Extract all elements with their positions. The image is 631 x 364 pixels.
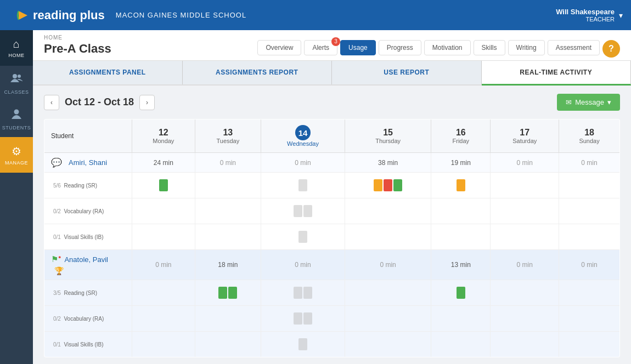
sub-tab-assignments-panel[interactable]: ASSIGNMENTS PANEL (33, 61, 183, 84)
alerts-badge: 3 (331, 37, 340, 46)
bar (218, 287, 227, 299)
logo-text: reading plus (33, 8, 105, 22)
sub-bar-sat (491, 332, 559, 357)
sub-bar-sat (491, 280, 559, 306)
user-role: TEACHER (556, 16, 615, 22)
next-week-button[interactable]: › (139, 95, 155, 110)
sub-bar-fri (431, 224, 491, 250)
col-header-thu: 15Thursday (345, 120, 431, 153)
table-row: 5/6 Reading (SR) (44, 173, 620, 198)
bar (228, 287, 237, 299)
sub-bar-thu (345, 306, 431, 332)
sub-bar-sun (559, 198, 620, 224)
message-button[interactable]: ✉ Message ▾ (557, 94, 620, 111)
sub-bar-sun (559, 224, 620, 250)
tab-overview[interactable]: Overview (257, 40, 301, 55)
bar (294, 312, 302, 325)
student-name-cell: ⚑● Anatole, Pavil 🏆 (44, 250, 132, 280)
tab-skills[interactable]: Skills (474, 40, 505, 55)
date-nav-center: ‹ Oct 12 - Oct 18 › (44, 95, 155, 110)
sub-tab-use-report[interactable]: USE REPORT (332, 61, 482, 84)
sub-bar-fri (431, 173, 491, 198)
bar (374, 179, 382, 191)
col-header-sat: 17Saturday (491, 120, 559, 153)
trophy-icon: 🏆 (54, 266, 64, 275)
sub-bar-fri (431, 280, 491, 306)
sub-bar-sat (491, 173, 559, 198)
sidebar-item-home[interactable]: ⌂ HOME (0, 30, 33, 66)
table-row: 0/2 Vocabulary (RA) (44, 198, 620, 224)
table-row: 0/2 Vocabulary (RA) (44, 306, 620, 332)
activity-table: Student 12Monday 13Tuesday 14Wednesday 1… (44, 119, 620, 357)
logo-icon (11, 4, 33, 26)
sub-bar-thu (345, 332, 431, 357)
sub-bar-wed (261, 198, 345, 224)
sub-bar-sat (491, 306, 559, 332)
sub-bar-wed (261, 224, 345, 250)
tab-progress[interactable]: Progress (379, 40, 421, 55)
svg-point-4 (14, 110, 19, 115)
student-minutes-fri: 13 min (431, 250, 491, 280)
home-icon: ⌂ (13, 38, 20, 50)
student-name-container: 💬 Amiri, Shani (51, 157, 127, 168)
sidebar-item-students[interactable]: STUDENTS (0, 101, 33, 137)
bar (294, 205, 302, 217)
sub-bar-tue (195, 280, 261, 306)
tab-motivation[interactable]: Motivation (424, 40, 471, 55)
tab-assessment[interactable]: Assessment (548, 40, 600, 55)
student-link[interactable]: Anatole, Pavil (64, 255, 108, 264)
student-minutes-mon: 0 min (132, 250, 195, 280)
sub-row-label: 0/1 Visual Skills (IB) (44, 224, 132, 250)
bar (303, 205, 312, 217)
logo-label: reading plus (33, 8, 105, 22)
sub-bar-fri (431, 198, 491, 224)
page-title: Pre-A Class (44, 42, 111, 60)
sub-tab-assignments-report[interactable]: ASSIGNMENTS REPORT (183, 61, 333, 84)
col-header-tue: 13Tuesday (195, 120, 261, 153)
sub-bar-thu (345, 173, 431, 198)
user-dropdown-arrow[interactable]: ▾ (619, 11, 623, 20)
student-minutes-mon: 24 min (132, 153, 195, 173)
bar (457, 287, 465, 299)
tab-writing[interactable]: Writing (508, 40, 545, 55)
sidebar-item-classes[interactable]: CLASSES (0, 66, 33, 101)
sub-bar-fri (431, 332, 491, 357)
bar (159, 179, 168, 191)
sidebar-item-manage[interactable]: ⚙ MANAGE (0, 137, 33, 173)
tab-usage[interactable]: Usage (340, 40, 376, 55)
tab-alerts[interactable]: Alerts3 (304, 40, 337, 55)
help-button[interactable]: ? (602, 40, 620, 58)
student-minutes-thu: 0 min (345, 250, 431, 280)
student-minutes-wed: 0 min (261, 250, 345, 280)
classes-icon (10, 72, 22, 87)
sidebar-label-manage: MANAGE (5, 160, 28, 166)
student-name-container: ⚑● Anatole, Pavil (51, 254, 127, 264)
sub-bar-tue (195, 332, 261, 357)
bar (298, 179, 307, 191)
message-dropdown-icon: ▾ (607, 98, 611, 106)
message-label: Message (575, 98, 604, 106)
prev-week-button[interactable]: ‹ (44, 95, 59, 110)
table-header-row: Student 12Monday 13Tuesday 14Wednesday 1… (44, 120, 620, 153)
user-area[interactable]: Will Shakespeare TEACHER ▾ (556, 8, 623, 22)
student-link[interactable]: Amiri, Shani (69, 158, 107, 167)
student-minutes-sun: 0 min (559, 153, 620, 173)
content-area: ‹ Oct 12 - Oct 18 › ✉ Message ▾ Student … (33, 86, 631, 364)
sub-row-label: 0/1 Visual Skills (IB) (44, 332, 132, 357)
sub-tab-real-time-activity[interactable]: REAL-TIME ACTIVITY (482, 61, 632, 86)
sub-bar-sun (559, 332, 620, 357)
sub-bar-wed (261, 332, 345, 357)
student-minutes-sat: 0 min (491, 153, 559, 173)
col-header-mon: 12Monday (132, 120, 195, 153)
bar (384, 179, 392, 191)
sub-bar-mon (132, 173, 195, 198)
sub-row-label: 5/6 Reading (SR) (44, 173, 132, 198)
svg-point-3 (18, 75, 21, 78)
page-header: HOME Pre-A Class Overview Alerts3 Usage … (33, 30, 631, 61)
bar (303, 287, 312, 299)
sub-bar-sun (559, 306, 620, 332)
chat-icon: 💬 (51, 157, 62, 168)
school-name: MACON GAINES MIDDLE SCHOOL (116, 11, 246, 19)
col-header-fri: 16Friday (431, 120, 491, 153)
sub-bar-wed (261, 280, 345, 306)
